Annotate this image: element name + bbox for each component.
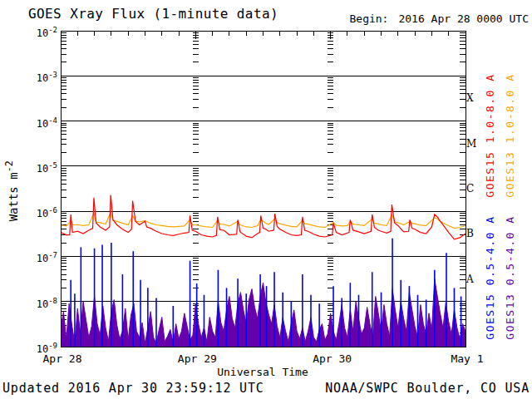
series-label-3: GOES15 0.5-4.0 A [484,203,497,352]
x-tick-label: Apr 28 [37,352,87,365]
begin-value: 2016 Apr 28 0000 UTC [398,12,529,25]
flare-class-label: X [466,92,480,104]
xray-flux-chart-canvas [0,0,532,399]
x-tick-label: Apr 29 [172,352,222,365]
flare-class-label: C [466,183,480,195]
series-label-2: GOES13 1.0-8.0 A [504,61,517,210]
x-tick-label: May 1 [442,352,492,365]
y-tick-label: 10-2 [21,24,57,39]
y-tick-label: 10-8 [21,295,57,310]
x-tick-label: Apr 30 [308,352,357,365]
chart-title: GOES Xray Flux (1-minute data) [28,6,278,22]
goes-xray-flux-page: GOES Xray Flux (1-minute data) Begin:201… [0,0,532,399]
series-label-4: GOES13 0.5-4.0 A [504,203,517,352]
updated-timestamp: Updated 2016 Apr 30 23:59:12 UTC [2,381,264,396]
flare-class-label: A [466,273,480,285]
y-tick-label: 10-7 [21,249,57,264]
begin-timestamp: Begin:2016 Apr 28 0000 UTC [349,12,529,25]
data-source: NOAA/SWPC Boulder, CO USA [325,381,530,396]
series-label-1: GOES15 1.0-8.0 A [484,61,497,210]
y-axis-label: Watts m-2 [3,141,20,241]
y-tick-label: 10-4 [21,115,57,130]
y-tick-label: 10-5 [21,160,57,175]
flare-class-label: B [466,228,480,239]
y-tick-label: 10-6 [21,204,57,219]
x-axis-label: Universal Time [204,366,321,378]
flare-class-label: M [466,138,480,150]
begin-label: Begin: [349,12,388,25]
y-tick-label: 10-3 [21,69,57,84]
